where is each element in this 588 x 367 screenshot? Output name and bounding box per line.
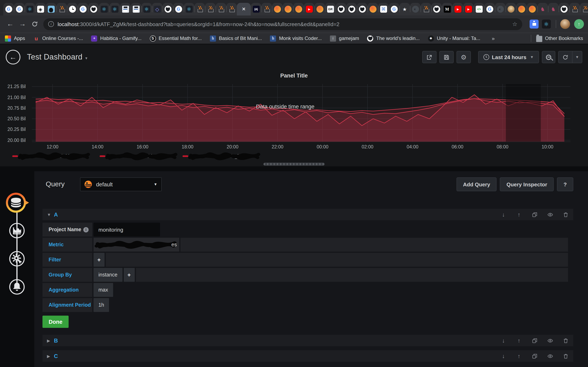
browser-tab[interactable]: [484, 3, 495, 16]
bookmarks-overflow-button[interactable]: »: [492, 35, 494, 42]
duplicate-query-button[interactable]: [531, 337, 538, 344]
browser-tab[interactable]: [431, 3, 442, 16]
queries-tab[interactable]: [4, 191, 30, 216]
browser-tab[interactable]: [367, 3, 378, 16]
browser-tab[interactable]: [141, 3, 152, 16]
browser-tab[interactable]: [67, 3, 78, 16]
browser-tab[interactable]: [120, 3, 131, 16]
browser-tab[interactable]: [78, 3, 88, 16]
browser-tab[interactable]: [88, 3, 99, 16]
browser-tab[interactable]: [463, 3, 474, 16]
help-button[interactable]: ?: [557, 177, 573, 191]
bookmark-star-icon[interactable]: ☆: [512, 21, 517, 27]
chrome-update-button[interactable]: ↑: [574, 19, 584, 29]
browser-tab[interactable]: [194, 3, 205, 16]
alert-tab[interactable]: [9, 278, 25, 297]
bookmark-item[interactable]: The world's leadin...: [367, 35, 420, 42]
share-button[interactable]: [422, 51, 437, 63]
aggregation-value[interactable]: max: [94, 283, 113, 297]
browser-tab[interactable]: [516, 3, 527, 16]
query-row-c[interactable]: ▶ C ↓ ↑: [43, 350, 573, 362]
query-row-a[interactable]: ▼ A ↓ ↑: [43, 209, 573, 220]
panel-title[interactable]: Panel Title: [0, 73, 588, 79]
browser-tab[interactable]: [109, 3, 120, 16]
visualization-tab[interactable]: [9, 222, 25, 241]
browser-tab[interactable]: [56, 3, 67, 16]
back-button[interactable]: ←: [4, 18, 16, 30]
browser-tab[interactable]: [314, 3, 325, 16]
bookmark-item[interactable]: Essential Math for...: [150, 35, 202, 42]
save-dashboard-button[interactable]: [439, 51, 454, 63]
duplicate-query-button[interactable]: [531, 353, 538, 359]
browser-tab[interactable]: [548, 3, 559, 16]
browser-tab[interactable]: [152, 3, 163, 16]
time-range-picker[interactable]: Last 24 hours ▼: [478, 51, 539, 63]
bookmark-item[interactable]: Apps: [5, 35, 25, 42]
move-query-up-button[interactable]: ↑: [516, 337, 522, 344]
toggle-query-visibility-button[interactable]: [547, 353, 553, 359]
browser-tab[interactable]: [25, 3, 35, 16]
browser-tab[interactable]: [251, 3, 261, 16]
browser-tab[interactable]: [580, 3, 588, 16]
info-icon[interactable]: i: [83, 227, 89, 232]
forward-button[interactable]: →: [16, 18, 29, 30]
done-button[interactable]: Done: [43, 316, 69, 328]
delete-query-button[interactable]: [562, 353, 569, 359]
general-settings-tab[interactable]: [9, 250, 25, 269]
refresh-interval-caret[interactable]: ▼: [572, 51, 582, 63]
profile-avatar[interactable]: [560, 19, 570, 29]
camera-extension-icon[interactable]: [530, 20, 539, 29]
browser-tab[interactable]: [474, 3, 484, 16]
add-filter-button[interactable]: +: [94, 253, 104, 267]
browser-tab[interactable]: [283, 3, 293, 16]
delete-query-button[interactable]: [562, 337, 569, 344]
move-query-down-button[interactable]: ↓: [500, 353, 507, 359]
bookmark-item[interactable]: gamejam: [330, 35, 359, 42]
bookmark-item[interactable]: Basics of Bit Mani...: [210, 35, 262, 42]
alignment-period-value[interactable]: 1h: [94, 298, 109, 312]
legend-item[interactable]: able_bytes: [100, 152, 168, 160]
browser-tab[interactable]: [325, 3, 336, 16]
delete-query-button[interactable]: [562, 211, 569, 218]
move-query-down-button[interactable]: ↓: [500, 211, 507, 218]
browser-tab[interactable]: [495, 3, 506, 16]
add-group-by-button[interactable]: +: [123, 268, 135, 282]
browser-tab[interactable]: [559, 3, 569, 16]
move-query-down-button[interactable]: ↓: [500, 337, 507, 344]
browser-tab[interactable]: [35, 3, 46, 16]
dashboard-title-caret-icon[interactable]: ▾: [85, 56, 87, 60]
collapse-caret-icon[interactable]: ▼: [47, 212, 53, 217]
toggle-query-visibility-button[interactable]: [547, 337, 553, 344]
query-inspector-button[interactable]: Query Inspector: [500, 177, 554, 191]
site-info-icon[interactable]: i: [48, 21, 54, 27]
browser-tab[interactable]: [184, 3, 194, 16]
other-bookmarks-button[interactable]: Other Bookmarks: [536, 35, 583, 42]
bookmark-item[interactable]: Online Courses -...: [33, 35, 83, 42]
browser-tab[interactable]: [14, 3, 25, 16]
browser-tab[interactable]: [304, 3, 314, 16]
bookmark-item[interactable]: Habitica - Gamify...: [91, 35, 141, 42]
query-row-b[interactable]: ▶ B ↓ ↑: [43, 335, 573, 346]
browser-tab[interactable]: [173, 3, 184, 16]
browser-tab[interactable]: [261, 3, 272, 16]
expand-caret-icon[interactable]: ▶: [47, 354, 53, 358]
browser-tab[interactable]: [378, 3, 389, 16]
browser-tab[interactable]: [442, 3, 452, 16]
browser-tab[interactable]: [205, 3, 216, 16]
browser-tab[interactable]: [46, 3, 56, 16]
datasource-select[interactable]: default ▼: [80, 177, 162, 191]
browser-tab[interactable]: [163, 3, 173, 16]
horizontal-scrollbar[interactable]: [263, 163, 325, 166]
reload-button[interactable]: [29, 18, 41, 30]
legend-item[interactable]: ailable_bytes: [12, 152, 86, 160]
bookmark-item[interactable]: Unity - Manual: Ta...: [428, 35, 480, 42]
browser-tab[interactable]: [99, 3, 109, 16]
project-name-input[interactable]: monitoring: [94, 223, 160, 236]
browser-tab[interactable]: [399, 3, 410, 16]
browser-tab[interactable]: [293, 3, 304, 16]
expand-caret-icon[interactable]: ▶: [47, 338, 53, 343]
dashboard-settings-button[interactable]: ⚙: [457, 51, 471, 63]
toggle-query-visibility-button[interactable]: [547, 211, 553, 218]
browser-tab[interactable]: [389, 3, 399, 16]
browser-tab[interactable]: [452, 3, 463, 16]
